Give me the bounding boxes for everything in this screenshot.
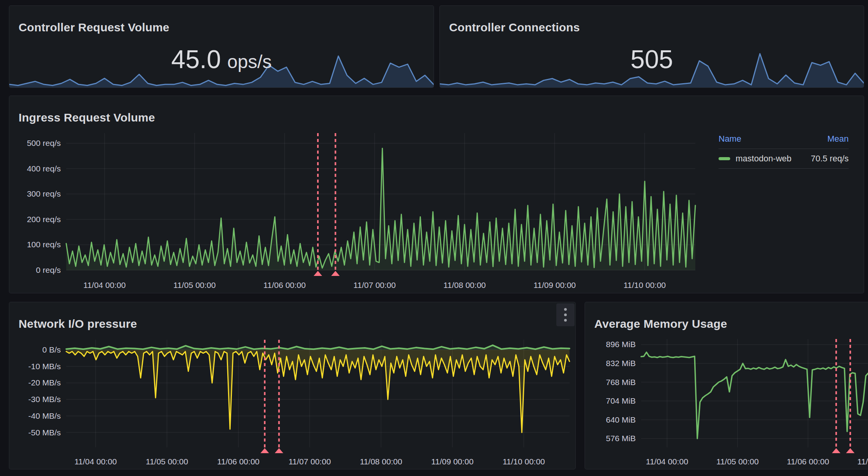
panel-title-controller-request-volume[interactable]: Controller Request Volume [19,21,170,34]
panel-ingress-request-volume: Ingress Request Volume 0 req/s100 req/s2… [9,96,864,293]
panel-menu-button[interactable] [556,303,575,326]
grafana-dashboard: Controller Request Volume 45.0 ops/s Con… [0,0,868,476]
stat-value: 45.0 [171,45,221,74]
ingress-legend: Name Mean mastodon-web 70.5 req/s [719,133,849,169]
legend-series-name: mastodon-web [736,154,791,164]
kebab-dot [564,308,567,311]
stat-unit: ops/s [227,51,272,72]
stat-value: 505 [630,45,673,74]
series-color-swatch [719,157,730,160]
panel-controller-connections: Controller Connections 505 [439,5,864,88]
panel-controller-request-volume: Controller Request Volume 45.0 ops/s [9,5,434,88]
legend-header-mean[interactable]: Mean [827,134,849,144]
stat-controller-connections: 505 [440,45,864,74]
stat-controller-request-volume: 45.0 ops/s [9,45,434,74]
panel-title-ingress[interactable]: Ingress Request Volume [19,111,155,124]
panel-average-memory-usage: Average Memory Usage 576 MiB640 MiB704 M… [585,302,868,469]
ingress-chart[interactable] [9,96,864,293]
panel-network-io-pressure: Network I/O pressure 0 B/s-10 MB/s-20 MB… [9,302,576,469]
kebab-dot [564,313,567,316]
panel-title-controller-connections[interactable]: Controller Connections [449,21,580,34]
legend-row-mastodon-web[interactable]: mastodon-web 70.5 req/s [719,149,849,169]
legend-header: Name Mean [719,133,849,149]
legend-header-name[interactable]: Name [719,134,741,144]
kebab-dot [564,319,567,322]
panel-title-memory[interactable]: Average Memory Usage [594,317,727,330]
legend-series-mean: 70.5 req/s [811,154,849,164]
panel-title-network[interactable]: Network I/O pressure [19,317,137,330]
